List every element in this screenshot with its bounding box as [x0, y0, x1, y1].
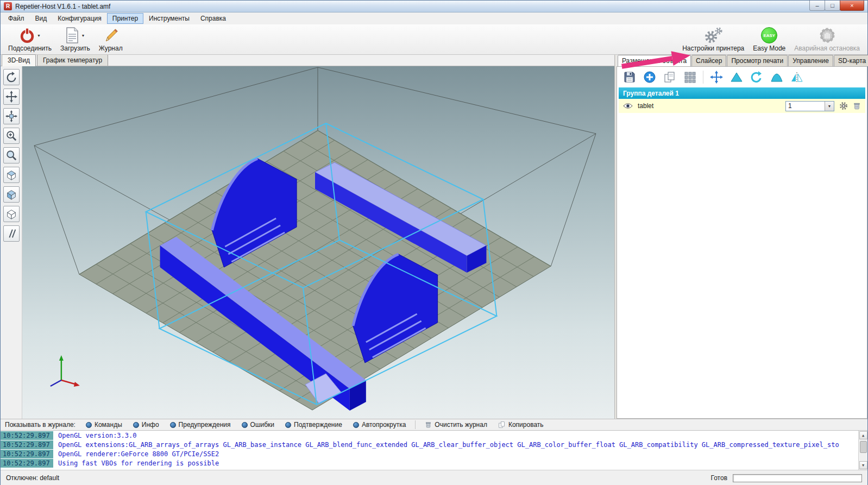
copy-log-icon [498, 421, 506, 429]
mirror-object-button[interactable] [790, 70, 804, 84]
tab-manual-control[interactable]: Управление [788, 55, 833, 66]
log-timestamp: 10:52:29.897 [1, 431, 53, 440]
pencil-icon [103, 27, 119, 43]
autoposition-button[interactable] [683, 70, 697, 84]
log-row: 10:52:29.897 OpenGL version:3.3.0 [1, 431, 858, 440]
object-group-header[interactable]: Группа деталей 1 [619, 87, 865, 99]
view-iso-button[interactable] [3, 186, 20, 203]
connect-caret-icon[interactable]: ▼ [37, 34, 41, 37]
load-caret-icon[interactable]: ▼ [81, 34, 85, 37]
log-area: 10:52:29.897 OpenGL version:3.3.0 10:52:… [1, 431, 867, 470]
lay-flat-button[interactable] [770, 70, 784, 84]
scroll-up-icon[interactable]: ▲ [859, 431, 867, 439]
titlebar: R Repetier-Host V1.6.1 - tablet.amf – □ … [1, 1, 867, 12]
3d-viewport[interactable] [22, 66, 614, 419]
scroll-down-icon[interactable]: ▼ [859, 461, 867, 469]
menu-help[interactable]: Справка [195, 13, 231, 24]
log-row: 10:52:29.897 Using fast VBOs for renderi… [1, 459, 858, 468]
cube-iso-icon [5, 188, 17, 200]
center-object-button[interactable] [709, 70, 724, 84]
parallel-projection-button[interactable] [3, 225, 20, 242]
menu-view[interactable]: Вид [30, 13, 53, 24]
center-object-icon [710, 71, 723, 84]
clear-log-button[interactable]: Очистить журнал [420, 420, 492, 430]
printer-settings-gears-icon [703, 27, 723, 43]
toggle-ack[interactable]: Подтверждение [280, 420, 347, 430]
rotate-view-icon [5, 71, 17, 83]
rotate-view-button[interactable] [3, 69, 20, 85]
commands-dot-icon [86, 422, 92, 428]
printer-state: Готов [710, 474, 727, 482]
scroll-thumb[interactable] [860, 441, 867, 453]
tab-sd-card[interactable]: SD-карта [834, 55, 868, 66]
toggle-info[interactable]: Инфо [128, 420, 164, 430]
log-message: OpenGL version:3.3.0 [53, 431, 137, 440]
app-icon: R [4, 2, 12, 10]
connection-status: Отключен: default [6, 474, 59, 482]
minimize-button[interactable]: – [809, 1, 825, 11]
tab-temperature-graph[interactable]: График температур [37, 54, 108, 66]
toolbar-separator [703, 71, 703, 84]
emergency-stop-button[interactable]: Аварийная остановка [790, 26, 864, 53]
menubar: Файл Вид Конфигурация Принтер Инструмент… [1, 12, 867, 24]
log-scrollbar[interactable]: ▲ ▼ [858, 431, 867, 470]
scale-object-button[interactable] [729, 70, 744, 84]
tab-3d-view[interactable]: 3D-Вид [2, 54, 36, 66]
zoom-in-button[interactable] [3, 128, 20, 144]
toggle-autoscroll[interactable]: Автопрокрутка [348, 420, 411, 430]
cube-top-face-icon [5, 169, 17, 181]
view-tool-strip [1, 66, 22, 419]
menu-config[interactable]: Конфигурация [52, 13, 107, 24]
menu-tools[interactable]: Инструменты [143, 13, 195, 24]
autoposition-grid-icon [683, 71, 696, 84]
log-filter-bar: Показывать в журнале: Команды Инфо Преду… [1, 419, 867, 431]
printer-settings-button[interactable]: Настройки принтера [678, 26, 749, 53]
delete-object-trash-icon[interactable] [853, 102, 861, 110]
object-settings-gear-icon[interactable] [839, 102, 848, 110]
autoscroll-dot-icon [353, 422, 359, 428]
close-button[interactable]: × [840, 1, 864, 11]
copy-object-button[interactable] [663, 70, 677, 84]
app-window: R Repetier-Host V1.6.1 - tablet.amf – □ … [0, 0, 868, 485]
menu-printer[interactable]: Принтер [107, 13, 143, 24]
move-viewpoint-button[interactable] [3, 108, 20, 124]
object-count-dropdown[interactable]: 1 ▼ [785, 101, 834, 111]
load-button[interactable]: ▼ Загрузить [56, 26, 95, 53]
object-toolbar [617, 67, 867, 87]
log-message: OpenGL renderer:GeForce 8800 GT/PCIe/SSE… [53, 450, 219, 458]
add-object-button[interactable] [643, 70, 657, 84]
toggle-commands[interactable]: Команды [81, 420, 127, 430]
visibility-eye-icon[interactable] [623, 103, 633, 109]
log-row: 10:52:29.897 OpenGL extensions:GL_ARB_ar… [1, 440, 858, 449]
warnings-dot-icon [170, 422, 176, 428]
move-icon [5, 91, 17, 103]
maximize-button[interactable]: □ [825, 1, 840, 11]
connect-button[interactable]: ▼ Подсоединить [4, 26, 56, 53]
zoom-in-icon [5, 130, 17, 142]
magnify-button[interactable] [3, 147, 20, 163]
object-name: tablet [638, 102, 781, 110]
tab-print-preview[interactable]: Просмотр печати [727, 55, 788, 66]
window-title: Repetier-Host V1.6.1 - tablet.amf [15, 3, 807, 10]
tab-object-placement[interactable]: Размещение объекта [618, 55, 691, 67]
view-front-button[interactable] [3, 206, 20, 222]
ack-dot-icon [285, 422, 291, 428]
object-list-item[interactable]: tablet 1 ▼ [619, 99, 865, 113]
copy-log-button[interactable]: Копировать [493, 420, 549, 430]
rotate-object-button[interactable] [750, 70, 764, 84]
move-object-button[interactable] [3, 89, 20, 105]
progress-bar [733, 474, 862, 482]
chevron-down-icon[interactable]: ▼ [825, 102, 834, 111]
save-button[interactable] [622, 70, 637, 84]
tab-slicer[interactable]: Слайсер [691, 55, 726, 66]
easy-mode-button[interactable]: EASY Easy Mode [749, 26, 790, 53]
copy-object-icon [663, 71, 676, 84]
viewport-column: 3D-Вид График температур [1, 55, 614, 419]
toggle-errors[interactable]: Ошибки [237, 420, 280, 430]
toggle-warnings[interactable]: Предупреждения [165, 420, 236, 430]
easy-mode-icon: EASY [761, 27, 777, 43]
journal-button[interactable]: Журнал [95, 26, 127, 53]
clear-log-trash-icon [425, 421, 432, 429]
view-top-button[interactable] [3, 167, 20, 183]
menu-file[interactable]: Файл [3, 13, 30, 24]
